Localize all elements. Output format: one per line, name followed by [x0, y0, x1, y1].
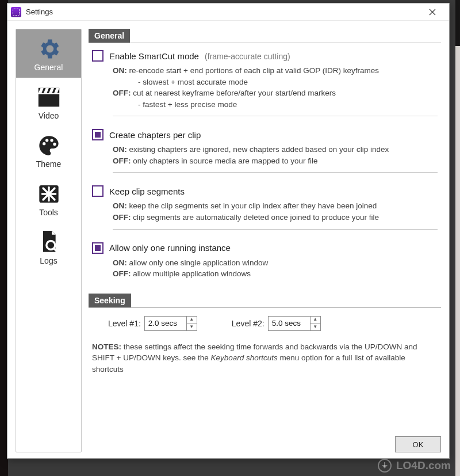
option-title: Allow only one running instance: [109, 243, 231, 253]
spin-down-icon[interactable]: ▼: [310, 323, 320, 330]
level2-spinbox[interactable]: ▲ ▼: [268, 316, 321, 331]
off-sub: - fastest + less precise mode: [138, 99, 438, 111]
sidebar-item-label: General: [34, 63, 63, 72]
on-text: allow only one single application window: [129, 258, 269, 267]
level1-input[interactable]: [145, 317, 186, 330]
sidebar-item-theme[interactable]: Theme: [16, 126, 81, 174]
level2-label: Level #2:: [232, 319, 264, 328]
off-prefix: OFF:: [113, 89, 131, 97]
option-keep-segments: Keep clip segments ON: keep the clip seg…: [89, 178, 441, 235]
spin-down-icon[interactable]: ▼: [187, 323, 197, 330]
notes-italic: Keyboard shortcuts: [210, 353, 277, 362]
option-single-instance: Allow only one running instance ON: allo…: [89, 235, 441, 285]
close-icon: [429, 9, 436, 16]
download-icon: [378, 459, 392, 473]
palette-icon: [35, 134, 63, 157]
level2-input[interactable]: [269, 317, 310, 330]
svg-point-8: [50, 139, 53, 142]
on-text: keep the clip segments set in your clip …: [129, 201, 377, 210]
sidebar-item-label: Video: [39, 111, 59, 120]
spin-up-icon[interactable]: ▲: [310, 317, 320, 324]
on-prefix: ON:: [113, 145, 127, 154]
option-label: Create chapters per clip: [109, 130, 201, 140]
on-text: existing chapters are ignored, new chapt…: [129, 145, 389, 154]
off-text: clip segments are automatically deleted …: [133, 213, 379, 222]
off-text: allow multiple application windows: [133, 269, 251, 278]
off-prefix: OFF:: [113, 213, 131, 222]
option-title: Keep clip segments: [109, 186, 185, 196]
off-prefix: OFF:: [113, 269, 131, 278]
main-panel: General Enable SmartCut mode (frame-accu…: [89, 29, 441, 452]
on-text: re-encode start + end portions of each c…: [129, 66, 379, 75]
section-header-seeking: Seeking: [89, 294, 131, 307]
sidebar: General: [16, 29, 82, 452]
svg-point-9: [53, 143, 56, 146]
option-label: Keep clip segments: [109, 186, 185, 196]
app-icon: [11, 7, 21, 17]
checkbox-chapters[interactable]: [92, 129, 103, 140]
option-label: Enable SmartCut mode: [109, 51, 199, 61]
sidebar-item-tools[interactable]: Tools: [16, 174, 81, 223]
option-title: Enable SmartCut mode (frame-accurate cut…: [109, 51, 290, 61]
option-chapters: Create chapters per clip ON: existing ch…: [89, 122, 441, 178]
svg-rect-0: [38, 94, 59, 107]
sidebar-item-general[interactable]: General: [16, 29, 81, 78]
clapperboard-icon: [35, 86, 63, 109]
option-title: Create chapters per clip: [109, 130, 201, 140]
settings-dialog: Settings General: [7, 3, 450, 459]
on-prefix: ON:: [113, 201, 127, 210]
file-search-icon: [35, 231, 63, 254]
on-prefix: ON:: [113, 258, 127, 267]
option-smartcut: Enable SmartCut mode (frame-accurate cut…: [89, 43, 441, 122]
svg-point-7: [45, 139, 48, 142]
watermark: LO4D.com: [378, 459, 451, 473]
watermark-text: LO4D.com: [396, 459, 451, 472]
seek-level-2: Level #2: ▲ ▼: [232, 316, 321, 331]
window-title: Settings: [26, 7, 53, 16]
seeking-notes: NOTES: these settings affect the seeking…: [92, 341, 438, 375]
off-text: only chapters in source media are mapped…: [133, 157, 317, 165]
checkbox-single-instance[interactable]: [92, 242, 103, 254]
off-text: cut at nearest keyframe before/after you…: [133, 89, 336, 97]
sidebar-item-logs[interactable]: Logs: [16, 223, 81, 271]
level1-label: Level #1:: [108, 319, 141, 328]
on-prefix: ON:: [113, 66, 127, 75]
close-button[interactable]: [419, 3, 446, 21]
on-sub: - slowest + most accurate mode: [138, 77, 438, 88]
sidebar-item-label: Tools: [39, 208, 58, 217]
ok-button[interactable]: OK: [395, 436, 441, 452]
spin-up-icon[interactable]: ▲: [187, 317, 197, 324]
section-header-general: General: [89, 29, 130, 43]
tools-icon: [35, 182, 63, 205]
notes-prefix: NOTES:: [92, 342, 121, 351]
option-subtitle: (frame-accurate cutting): [205, 52, 290, 61]
sidebar-item-video[interactable]: Video: [16, 78, 81, 126]
checkbox-keep-segments[interactable]: [92, 185, 103, 197]
level1-spinbox[interactable]: ▲ ▼: [144, 316, 197, 331]
option-label: Allow only one running instance: [109, 243, 231, 253]
sidebar-item-label: Theme: [36, 159, 62, 169]
seek-level-1: Level #1: ▲ ▼: [108, 316, 197, 331]
off-prefix: OFF:: [113, 157, 131, 165]
checkbox-smartcut[interactable]: [92, 50, 103, 62]
svg-point-6: [43, 142, 45, 145]
titlebar: Settings: [7, 3, 449, 21]
sidebar-item-label: Logs: [40, 256, 57, 265]
gear-icon: [35, 37, 63, 60]
